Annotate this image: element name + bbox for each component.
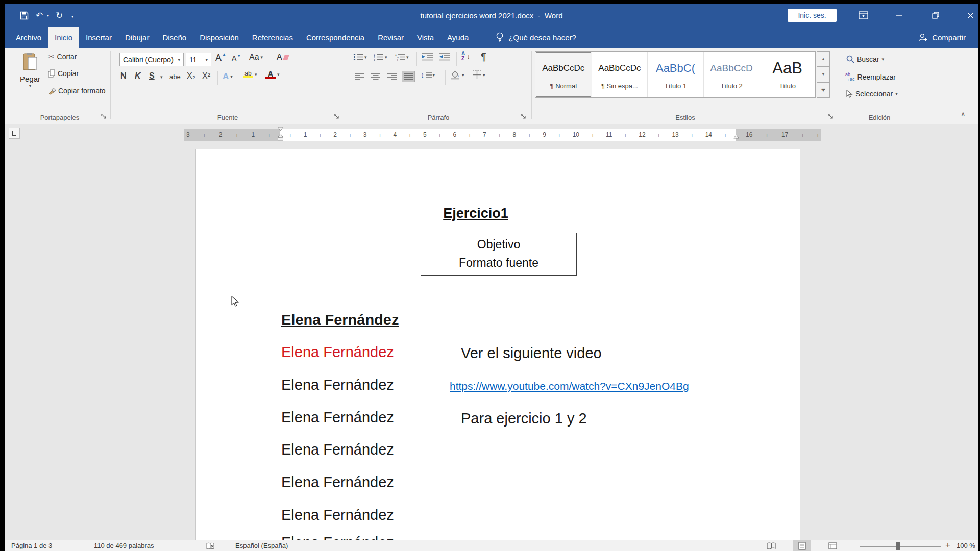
style-sin-espaciado[interactable]: AaBbCcDc ¶ Sin espa... bbox=[592, 52, 648, 97]
collapse-ribbon-button[interactable]: ∧ bbox=[961, 110, 966, 118]
style-titulo-1[interactable]: AaBbC( Título 1 bbox=[647, 52, 703, 97]
doc-line[interactable]: Elena Fernández bbox=[281, 441, 394, 458]
sign-in-button[interactable]: Inic. ses. bbox=[788, 9, 837, 22]
tab-inicio[interactable]: Inicio bbox=[48, 27, 79, 48]
undo-button[interactable]: ↶ bbox=[33, 9, 45, 21]
close-button[interactable] bbox=[962, 7, 979, 23]
share-button[interactable]: Compartir bbox=[918, 27, 978, 48]
page-count[interactable]: Página 1 de 3 bbox=[11, 542, 52, 549]
doc-line-partial[interactable]: Elena Fernández bbox=[281, 534, 394, 540]
proofing-status-button[interactable] bbox=[206, 542, 215, 550]
tab-correspondencia[interactable]: Correspondencia bbox=[300, 27, 371, 48]
tab-revisar[interactable]: Revisar bbox=[371, 27, 410, 48]
tab-dibujar[interactable]: Dibujar bbox=[118, 27, 156, 48]
redo-button[interactable]: ↻ bbox=[53, 9, 65, 21]
tell-me-box[interactable]: ¿Qué desea hacer? bbox=[496, 27, 576, 48]
objective-box[interactable]: Objetivo Formato fuente bbox=[421, 233, 577, 276]
font-name-combo[interactable]: Calibri (Cuerpo) ▾ bbox=[119, 53, 184, 66]
tab-vista[interactable]: Vista bbox=[410, 27, 440, 48]
read-mode-button[interactable] bbox=[763, 540, 780, 551]
grow-font-button[interactable]: A ▲ bbox=[215, 53, 226, 63]
clipboard-dialog-launcher[interactable] bbox=[101, 114, 108, 121]
clear-formatting-button[interactable]: A bbox=[277, 53, 288, 62]
doc-text-ver-video[interactable]: Ver el siguiente video bbox=[461, 345, 602, 362]
strikethrough-button[interactable]: abe bbox=[169, 73, 181, 81]
sort-button[interactable]: AZ ↓ bbox=[461, 51, 470, 61]
align-center-button[interactable] bbox=[370, 71, 382, 82]
increase-indent-button[interactable] bbox=[439, 53, 450, 61]
style-titulo-2[interactable]: AaBbCcD Título 2 bbox=[703, 52, 760, 97]
minimize-button[interactable] bbox=[890, 7, 908, 23]
superscript-button[interactable]: X² bbox=[202, 71, 210, 81]
align-right-button[interactable] bbox=[386, 71, 398, 82]
font-color-button[interactable]: A ▾ bbox=[265, 70, 280, 79]
zoom-level[interactable]: 100 % bbox=[957, 542, 975, 549]
italic-button[interactable]: K bbox=[135, 71, 141, 81]
styles-scroll-up[interactable]: ▲ bbox=[817, 51, 830, 67]
zoom-slider-track[interactable] bbox=[860, 546, 941, 547]
align-left-button[interactable] bbox=[353, 71, 365, 82]
doc-heading[interactable]: Ejercicio1 bbox=[399, 206, 552, 221]
paragraph-dialog-launcher[interactable] bbox=[521, 114, 528, 121]
youtube-hyperlink[interactable]: https://www.youtube.com/watch?v=CXn9JenO… bbox=[450, 380, 689, 392]
tab-insertar[interactable]: Insertar bbox=[79, 27, 118, 48]
styles-dialog-launcher[interactable] bbox=[828, 114, 835, 121]
cut-button[interactable]: ✂ Cortar bbox=[48, 52, 77, 61]
zoom-in-button[interactable]: + bbox=[945, 540, 950, 550]
document-page[interactable]: Ejercicio1 Objetivo Formato fuente Elena… bbox=[195, 149, 800, 540]
underline-dropdown[interactable]: ▾ bbox=[160, 74, 163, 80]
style-titulo[interactable]: AaB Título bbox=[759, 52, 815, 97]
styles-more-button[interactable]: ▬▼ bbox=[817, 83, 830, 98]
tab-diseno[interactable]: Diseño bbox=[156, 27, 193, 48]
underline-button[interactable]: S bbox=[149, 71, 155, 81]
word-count[interactable]: 110 de 469 palabras bbox=[94, 542, 154, 549]
doc-line[interactable]: Elena Fernández bbox=[281, 507, 394, 523]
justify-button[interactable] bbox=[402, 71, 414, 82]
ribbon-display-options-button[interactable] bbox=[854, 7, 872, 23]
decrease-indent-button[interactable] bbox=[422, 53, 433, 61]
tab-archivo[interactable]: Archivo bbox=[9, 27, 48, 48]
web-layout-button[interactable] bbox=[824, 540, 841, 551]
change-case-button[interactable]: Aa ▾ bbox=[249, 53, 263, 62]
styles-scroll-down[interactable]: ▼ bbox=[817, 67, 830, 82]
indent-markers[interactable] bbox=[277, 127, 284, 143]
doc-line[interactable]: Elena Fernández bbox=[281, 474, 394, 491]
highlight-color-button[interactable]: ab ▾ bbox=[243, 70, 257, 78]
print-layout-button[interactable] bbox=[793, 540, 811, 551]
shrink-font-button[interactable]: A ▼ bbox=[232, 54, 241, 62]
numbering-button[interactable]: 123 ▾ bbox=[374, 53, 387, 61]
undo-dropdown[interactable]: ▾ bbox=[45, 9, 51, 21]
save-button[interactable] bbox=[17, 9, 31, 21]
shading-button[interactable]: ▾ bbox=[450, 70, 464, 80]
tab-disposicion[interactable]: Disposición bbox=[193, 27, 246, 48]
doc-line[interactable]: Elena Fernández bbox=[281, 377, 394, 393]
bold-button[interactable]: N bbox=[120, 71, 127, 81]
font-dialog-launcher[interactable] bbox=[334, 114, 341, 121]
show-marks-button[interactable]: ¶ bbox=[481, 51, 486, 63]
line-spacing-button[interactable]: ↕ ▾ bbox=[421, 70, 435, 79]
tab-referencias[interactable]: Referencias bbox=[246, 27, 300, 48]
find-button[interactable]: Buscar ▾ bbox=[846, 55, 884, 63]
zoom-out-button[interactable]: — bbox=[847, 541, 855, 549]
paste-button[interactable]: Pegar ▾ bbox=[15, 52, 45, 108]
multilevel-list-button[interactable]: 1ai ▾ bbox=[395, 53, 409, 61]
doc-line[interactable]: Elena Fernández bbox=[281, 409, 394, 426]
tab-stop-selector[interactable] bbox=[9, 128, 20, 139]
doc-text-para-ejercicio[interactable]: Para ejercicio 1 y 2 bbox=[461, 410, 587, 427]
qat-customize-button[interactable]: — ▾ bbox=[68, 9, 77, 21]
font-size-combo[interactable]: 11 ▾ bbox=[186, 53, 211, 66]
style-normal[interactable]: AaBbCcDc ¶ Normal bbox=[535, 52, 592, 97]
tab-ayuda[interactable]: Ayuda bbox=[440, 27, 475, 48]
format-painter-button[interactable]: Copiar formato bbox=[48, 87, 106, 95]
replace-button[interactable]: ab→ac Reemplazar bbox=[845, 72, 896, 82]
bullets-button[interactable]: ▾ bbox=[353, 53, 367, 61]
doc-line[interactable]: Elena Fernández bbox=[281, 312, 399, 329]
doc-line[interactable]: Elena Fernández bbox=[281, 344, 394, 361]
zoom-slider-thumb[interactable] bbox=[896, 542, 900, 550]
select-button[interactable]: Seleccionar ▾ bbox=[846, 90, 898, 98]
right-indent-marker[interactable] bbox=[733, 134, 740, 140]
restore-button[interactable] bbox=[927, 7, 944, 23]
text-effects-button[interactable]: A ▾ bbox=[223, 71, 233, 82]
borders-button[interactable]: ▾ bbox=[473, 70, 485, 79]
language-status[interactable]: Español (España) bbox=[235, 542, 288, 549]
